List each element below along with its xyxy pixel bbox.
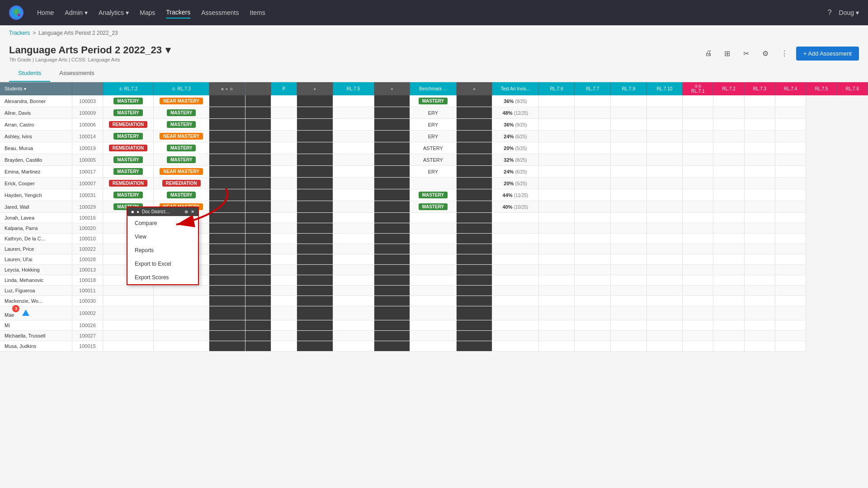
pct-cell: 24% (6/25) [492, 166, 538, 178]
empty-col-0 [538, 142, 575, 154]
badge-cell [333, 223, 374, 234]
empty-col-6 [744, 201, 775, 213]
empty-col-0 [538, 213, 575, 223]
table-row: Emina, Martinez100017MASTERYNEAR MASTERY… [0, 166, 868, 178]
empty-col-5 [713, 166, 744, 178]
empty-col-0 [538, 107, 575, 119]
menu-item-reports[interactable]: Reports [127, 244, 198, 257]
print-button[interactable]: 🖨 [701, 46, 716, 61]
nav-trackers[interactable]: Trackers [166, 7, 190, 19]
student-icon [21, 309, 30, 318]
student-name: Arran, Castro [0, 119, 72, 131]
badge-cell [103, 296, 154, 306]
empty-col-1 [575, 142, 611, 154]
empty-col [245, 107, 271, 119]
empty-col-6 [744, 189, 775, 201]
table-row: Hayden, Yengich100031MASTERYMASTERYMASTE… [0, 189, 868, 201]
popup-col-cell [209, 234, 245, 244]
pct-cell [492, 223, 538, 234]
badge-cell [410, 244, 456, 254]
badge-cell: MASTERY [153, 189, 209, 201]
nav-analytics[interactable]: Analytics ▾ [99, 7, 129, 18]
pct-cell [492, 341, 538, 352]
empty-col-4 [683, 166, 713, 178]
empty-col-5 [713, 189, 744, 201]
more-options-button[interactable]: ⋮ [777, 46, 792, 61]
p-col [271, 275, 297, 286]
nav-maps[interactable]: Maps [140, 7, 155, 18]
nav-home[interactable]: Home [37, 7, 54, 18]
badge-cell [410, 223, 456, 234]
empty-col-6 [744, 320, 775, 331]
menu-item-export-scores[interactable]: Export Scores [127, 271, 198, 284]
menu-item-view[interactable]: View [127, 230, 198, 244]
empty-col-5 [713, 178, 744, 189]
empty-col-1 [575, 331, 611, 341]
menu-item-compare[interactable]: Compare [127, 216, 198, 230]
dark-col-2 [374, 244, 410, 254]
empty-col [245, 213, 271, 223]
student-name: Emina, Martinez [0, 166, 72, 178]
add-assessment-button[interactable]: + Add Assessment [796, 47, 859, 61]
tools-button[interactable]: ✂ [739, 46, 754, 61]
pct-cell [492, 331, 538, 341]
empty-col-5 [713, 213, 744, 223]
table-row: Mi100026 [0, 320, 868, 331]
empty-col-3 [646, 341, 683, 352]
badge-cell: ERY [410, 119, 456, 131]
empty-col-3 [646, 178, 683, 189]
p-col [271, 119, 297, 131]
nav-admin[interactable]: Admin ▾ [65, 7, 88, 18]
badge-cell [103, 286, 154, 296]
dark-col-3 [456, 189, 492, 201]
p-col [271, 306, 297, 320]
badge-cell [333, 286, 374, 296]
empty-col-5 [713, 201, 744, 213]
grid-view-button[interactable]: ⊞ [720, 46, 735, 61]
pct-cell [492, 213, 538, 223]
pink-rl74-header: RL.7.4 [775, 82, 806, 95]
badge-cell [333, 234, 374, 244]
settings-button[interactable]: ⚙ [758, 46, 773, 61]
user-menu[interactable]: Doug ▾ [839, 9, 859, 16]
empty-col-7 [775, 341, 806, 352]
empty-col-5 [713, 286, 744, 296]
empty-col-3 [646, 234, 683, 244]
popup-col-cell [209, 213, 245, 223]
nav-items[interactable]: Items [250, 7, 265, 18]
empty-col-2 [610, 244, 646, 254]
badge-cell [333, 296, 374, 306]
dark-col-3 [456, 119, 492, 131]
empty-col-1 [575, 107, 611, 119]
dropdown-icon[interactable]: ▾ [165, 44, 170, 56]
empty-col-2 [610, 201, 646, 213]
id-col-header [72, 82, 103, 95]
empty-col-3 [646, 320, 683, 331]
filter-icon[interactable]: ▾ [24, 86, 26, 91]
nav-assessments[interactable]: Assessments [201, 7, 239, 18]
empty-col-0 [538, 331, 575, 341]
tab-students[interactable]: Students [9, 65, 50, 82]
breadcrumb-parent[interactable]: Trackers [9, 30, 30, 36]
empty-col-6 [744, 213, 775, 223]
badge-cell [410, 275, 456, 286]
pink-rl73-header: RL.7.3 [744, 82, 775, 95]
dark-col [297, 223, 333, 234]
menu-item-export-excel[interactable]: Export to Excel [127, 257, 198, 271]
empty-col-4 [683, 265, 713, 275]
page-subtitle: 7th Grade | Language Arts | CCSS: Langua… [9, 57, 170, 62]
students-table-wrapper[interactable]: Students ▾ ① RL.7.2 ① R [0, 82, 868, 352]
student-name: Beau, Murua [0, 142, 72, 154]
help-icon[interactable]: ? [828, 9, 832, 17]
empty-col [245, 223, 271, 234]
student-name: Lauren, Ul'ai [0, 254, 72, 265]
empty-col-2 [610, 189, 646, 201]
empty-col-2 [610, 131, 646, 142]
empty-col-6 [744, 341, 775, 352]
empty-col-3 [646, 254, 683, 265]
tab-assessments[interactable]: Assessments [50, 65, 103, 82]
svg-marker-3 [22, 310, 29, 316]
student-name: Leycia, Hokking [0, 265, 72, 275]
empty-col-7 [775, 95, 806, 107]
close-icon[interactable]: ✕ [191, 209, 194, 214]
